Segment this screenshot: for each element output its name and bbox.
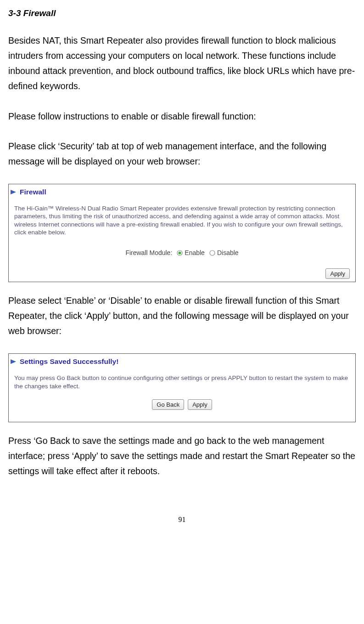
triangle-right-icon — [10, 189, 18, 195]
paragraph-select-enable: Please select ‘Enable’ or ‘Disable’ to e… — [8, 293, 356, 339]
section-title: 3-3 Firewall — [8, 8, 356, 18]
firewall-description: The Hi-Gain™ Wireless-N Dual Radio Smart… — [14, 204, 350, 236]
apply-button[interactable]: Apply — [325, 268, 350, 279]
radio-unselected-icon — [209, 250, 215, 256]
disable-label: Disable — [217, 249, 239, 256]
settings-saved-panel: Settings Saved Successfully! You may pre… — [8, 353, 356, 422]
enable-radio-group[interactable]: Enable — [177, 249, 205, 256]
firewall-panel: Firewall The Hi-Gain™ Wireless-N Dual Ra… — [8, 184, 356, 282]
apply-button[interactable]: Apply — [188, 399, 212, 410]
firewall-module-row: Firewall Module: Enable Disable — [14, 249, 350, 256]
settings-saved-text: You may press Go Back button to continue… — [14, 374, 350, 390]
paragraph-intro: Besides NAT, this Smart Repeater also pr… — [8, 33, 356, 94]
svg-marker-4 — [11, 359, 16, 364]
radio-selected-icon — [177, 250, 183, 256]
apply-row: Apply — [9, 268, 355, 282]
firewall-module-label: Firewall Module: — [125, 249, 172, 256]
svg-point-2 — [179, 251, 181, 254]
paragraph-follow: Please follow instructions to enable or … — [8, 109, 356, 124]
enable-label: Enable — [185, 249, 205, 256]
settings-saved-header: Settings Saved Successfully! — [9, 354, 355, 369]
triangle-right-icon — [10, 358, 18, 365]
firewall-panel-body: The Hi-Gain™ Wireless-N Dual Radio Smart… — [9, 199, 355, 268]
settings-saved-title: Settings Saved Successfully! — [20, 357, 118, 366]
paragraph-press-goback: Press ‘Go Back to save the settings made… — [8, 433, 356, 479]
settings-saved-body: You may press Go Back button to continue… — [9, 369, 355, 422]
go-back-button[interactable]: Go Back — [152, 399, 184, 410]
button-row: Go Back Apply — [14, 399, 350, 410]
paragraph-click-security: Please click ‘Security’ tab at top of we… — [8, 139, 356, 169]
svg-marker-0 — [11, 190, 16, 194]
page-number: 91 — [8, 516, 356, 528]
disable-radio-group[interactable]: Disable — [209, 249, 239, 256]
svg-point-3 — [210, 250, 215, 255]
firewall-panel-title: Firewall — [20, 188, 46, 196]
firewall-panel-header: Firewall — [9, 184, 355, 199]
